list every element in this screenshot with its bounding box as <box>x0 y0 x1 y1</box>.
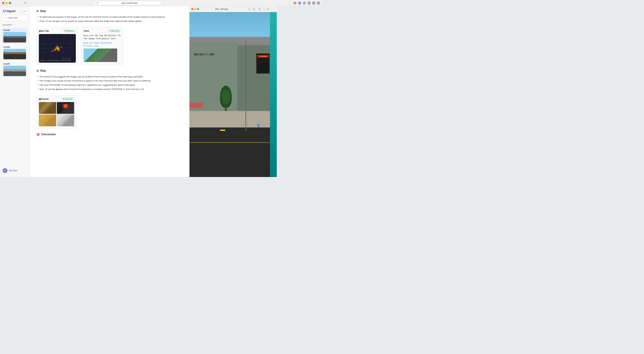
viewer-minimize-dot[interactable] <box>194 8 196 10</box>
clock-icon[interactable] <box>303 2 306 5</box>
new-task-button[interactable]: + + New Task <box>2 15 28 21</box>
gplaces-thumb-4 <box>57 114 74 126</box>
heat-dot-4 <box>58 49 60 52</box>
user-avatar: JC <box>3 168 8 173</box>
step2-header: ⚙ Step <box>36 69 182 72</box>
sidebar-item-locate-1[interactable]: Locate <box>0 27 30 44</box>
step1-title: Step <box>40 10 46 13</box>
viewer-edit-button[interactable]: ✏ <box>267 8 270 11</box>
sidebar-item-locate-3[interactable]: Locate <box>0 61 30 78</box>
bus <box>190 103 203 108</box>
conclusion-title: Conclusion <box>41 133 56 136</box>
reload-button[interactable]: ↻ <box>23 1 28 5</box>
profile-icon[interactable] <box>294 2 296 5</box>
teal-side-panel <box>270 12 277 177</box>
geoclip-name: geoclip <box>39 30 49 32</box>
window-maximize-button[interactable] <box>9 2 11 4</box>
browser-nav-buttons: ← → ↻ <box>12 1 28 5</box>
image-viewer: IMG_7904.jpg ℹ 🔍 🔍 ↑ ✏ ⋯ <box>189 6 277 177</box>
step1-bullet-1: To determine the location of this image,… <box>38 15 182 19</box>
viewer-more-button[interactable]: ⋯ <box>272 8 275 11</box>
viewer-toolbar: ℹ 🔍 🔍 ↑ ✏ ⋯ <box>248 8 275 11</box>
recents-label: Recents <box>0 23 30 27</box>
viewer-share-button[interactable]: ↑ <box>263 8 265 11</box>
gplaces-name: gplaces <box>39 97 49 100</box>
tools-row-2: gplaces Success CANNOLI <box>36 95 182 129</box>
svg-line-4 <box>50 34 50 63</box>
gplaces-status: Success <box>65 98 72 100</box>
sidebar-icon[interactable] <box>312 2 315 5</box>
lens-badge-dot <box>110 30 111 31</box>
sf-label: San Francisco <box>62 58 71 59</box>
gplaces-thumb-3 <box>39 114 56 126</box>
viewer-chrome: IMG_7904.jpg ℹ 🔍 🔍 ↑ ✏ ⋯ <box>190 6 277 12</box>
sidebar-user: JC Jett Chen <box>0 166 30 175</box>
lens-badge: Success <box>108 29 121 32</box>
extension-icon[interactable] <box>298 2 301 5</box>
sidebar-collapse-button[interactable]: ⟵ <box>23 10 27 13</box>
stazione-sign: STAZIONE <box>257 55 269 58</box>
split-icon[interactable] <box>317 2 320 5</box>
viewer-maximize-dot[interactable] <box>197 8 199 10</box>
grid-icon[interactable] <box>308 2 310 5</box>
heat-dot-6 <box>61 46 62 48</box>
step1-icon: ⚙ <box>36 10 39 13</box>
step2-bullet-3: The word 'STAZIONE' on the building migh… <box>38 83 182 87</box>
window-minimize-button[interactable] <box>6 2 8 4</box>
sidebar-item-locate-2[interactable]: Locate <box>0 44 30 61</box>
gplaces-grid: CANNOLI <box>39 102 74 126</box>
geoclip-status: Success <box>66 30 74 32</box>
gplaces-card: gplaces Success CANNOLI <box>36 95 77 129</box>
gplaces-header: gplaces Success <box>39 97 74 100</box>
main-content: ⚙ Step To determine the location of this… <box>30 6 189 177</box>
conclusion-header: 🎯 Conclusion <box>36 133 182 136</box>
address-bar[interactable]: 🔗 agent.earthkit.app <box>94 1 162 5</box>
step2-bullet-1: The GeoCLIP tool suggests the image may … <box>38 75 182 79</box>
road-marking <box>190 142 277 143</box>
lens-status: Success <box>112 30 120 32</box>
road <box>190 127 277 177</box>
back-button[interactable]: ← <box>12 1 17 5</box>
logo-agent: Agent <box>7 10 16 13</box>
sidebar-item-label-1: Locate <box>3 29 26 31</box>
main-area: EKAgent ⟵ + + New Task Recents Locate Lo… <box>0 6 322 177</box>
geoclip-header: geoclip Success <box>39 29 76 32</box>
window-close-button[interactable] <box>2 2 4 4</box>
gplaces-thumb-2: CANNOLI <box>57 102 74 114</box>
viewer-close-dot[interactable] <box>191 8 193 10</box>
windows-grid <box>194 53 214 55</box>
lens-card: lens Success Here are the top 60 matches… <box>81 27 124 65</box>
viewer-zoom-in-button[interactable]: 🔍 <box>257 8 262 11</box>
cannoli-sign: CANNOLI <box>63 104 68 108</box>
app-logo: EKAgent <box>3 10 16 13</box>
viewer-info-button[interactable]: ℹ <box>248 8 250 11</box>
map-attribution: Mapbox © OpenStreetMap Improve this map <box>40 60 70 61</box>
viewer-zoom-out-button[interactable]: 🔍 <box>252 8 256 11</box>
utility-pole <box>246 40 246 131</box>
sidebar-item-label-3: Locate <box>3 63 26 65</box>
sidebar-thumbnail-2 <box>3 49 26 59</box>
forward-button[interactable]: → <box>18 1 22 5</box>
geoclip-card: geoclip Success <box>36 27 78 65</box>
gplaces-thumb-1 <box>39 102 56 114</box>
step1-bullet-2: Then, I'll use Google Lens to search for… <box>38 19 182 24</box>
user-initials: JC <box>4 169 6 171</box>
logo-ek: EK <box>3 10 7 13</box>
stazione-building: STAZIONE <box>256 53 270 74</box>
new-task-label: + New Task <box>6 17 18 19</box>
browser-chrome: ← → ↻ 🔗 agent.earthkit.app <box>0 0 322 6</box>
url-display: agent.earthkit.app <box>100 2 159 4</box>
step2-title: Step <box>40 69 46 72</box>
sidebar-thumbnail-3 <box>3 66 26 76</box>
window <box>204 53 209 55</box>
lens-intro-text: Here are the top 60 matches forthe image… <box>84 34 121 40</box>
lens-link-text[interactable]: Room for Rent FurnishedPrivate room ... <box>84 41 121 48</box>
lens-header: lens Success <box>84 29 121 32</box>
window <box>210 53 214 55</box>
sidebar: EKAgent ⟵ + + New Task Recents Locate Lo… <box>0 6 30 177</box>
lens-name: lens <box>84 30 89 32</box>
user-name: Jett Chen <box>9 169 17 172</box>
step2-bullets: The GeoCLIP tool suggests the image may … <box>36 75 182 91</box>
lens-thumbnail <box>84 49 117 62</box>
conclusion-icon: 🎯 <box>36 133 40 136</box>
